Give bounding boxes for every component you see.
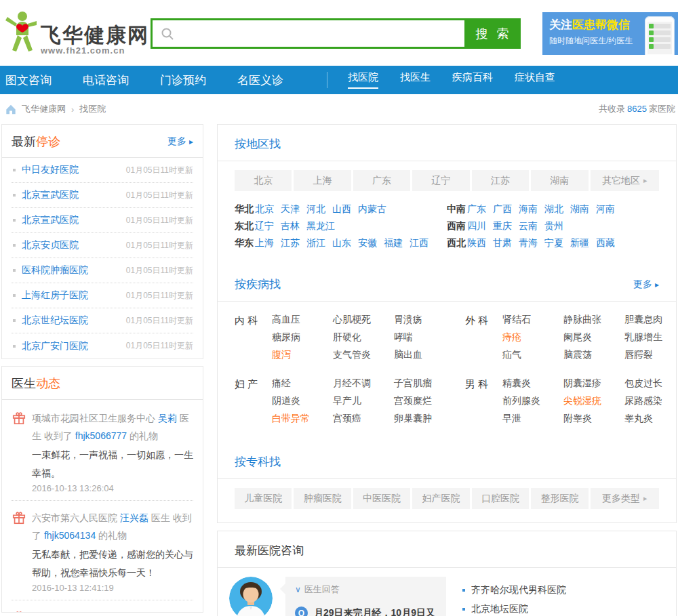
nav-item-disease-wiki[interactable]: 疾病百科	[452, 71, 493, 89]
disease-link[interactable]: 疝气	[502, 349, 563, 367]
nav-item-tuwen[interactable]: 图文咨询	[5, 73, 52, 88]
nav-item-menzhen[interactable]: 门诊预约	[160, 73, 206, 88]
gift-sender-link[interactable]: fhjk5064134	[44, 530, 96, 541]
region-tab-shanghai[interactable]: 上海	[294, 170, 351, 191]
disease-link[interactable]: 包皮过长	[624, 377, 678, 395]
hospital-link[interactable]: 北京安贞医院	[22, 239, 79, 251]
province-link[interactable]: 河南	[596, 203, 615, 214]
province-link[interactable]: 安徽	[358, 237, 377, 248]
disease-link[interactable]: 高血压	[272, 314, 333, 331]
hospital-link[interactable]: 医科院肿瘤医院	[22, 264, 88, 276]
hospital-link[interactable]: 北京世纪坛医院	[22, 314, 88, 327]
region-tab-liaoning[interactable]: 辽宁	[412, 170, 469, 191]
hospital-link[interactable]: 北京地坛医院	[471, 603, 528, 615]
region-tab-hunan[interactable]: 湖南	[531, 170, 588, 191]
disease-link[interactable]: 胆囊息肉	[624, 314, 678, 331]
hospital-link[interactable]: 北京宣武医院	[22, 214, 79, 226]
province-link[interactable]: 河北	[306, 203, 325, 214]
province-link[interactable]: 天津	[281, 203, 300, 214]
nav-item-symptom-check[interactable]: 症状自查	[515, 71, 555, 89]
province-link[interactable]: 浙江	[306, 237, 325, 248]
province-link[interactable]: 上海	[255, 237, 274, 248]
province-link[interactable]: 福建	[384, 237, 403, 248]
gift-sender-link[interactable]: fhjk5066777	[75, 430, 127, 441]
province-link[interactable]: 宁夏	[544, 237, 563, 248]
hospital-link[interactable]: 邢台东方医院	[32, 612, 89, 613]
disease-link[interactable]: 附睾炎	[563, 413, 624, 430]
specialty-tab-tcm[interactable]: 中医医院	[353, 488, 410, 509]
hospital-link[interactable]: 上海红房子医院	[22, 289, 88, 302]
specialty-tab-children[interactable]: 儿童医院	[235, 488, 292, 509]
disease-link[interactable]: 静脉曲张	[563, 314, 624, 331]
disease-link[interactable]: 脑震荡	[563, 349, 624, 367]
province-link[interactable]: 江苏	[281, 237, 300, 248]
province-link[interactable]: 山西	[332, 203, 351, 214]
disease-link[interactable]: 肾结石	[502, 314, 563, 331]
disease-link[interactable]: 哮喘	[394, 331, 458, 349]
specialty-tab-dental[interactable]: 口腔医院	[472, 488, 529, 509]
province-link[interactable]: 山东	[332, 237, 351, 248]
region-tab-guangdong[interactable]: 广东	[353, 170, 410, 191]
hospital-link[interactable]: 北京宣武医院	[22, 189, 79, 201]
region-tab-jiangsu[interactable]: 江苏	[472, 170, 529, 191]
disease-link[interactable]: 前列腺炎	[502, 395, 563, 413]
province-link[interactable]: 海南	[519, 203, 538, 214]
hospital-link[interactable]: 北京广安门医院	[22, 340, 88, 352]
breadcrumb-home-link[interactable]: 飞华健康网	[22, 103, 66, 115]
province-link[interactable]: 吉林	[281, 220, 300, 231]
province-link[interactable]: 四川	[467, 220, 486, 231]
doctor-avatar[interactable]	[229, 577, 273, 616]
disease-link[interactable]: 痛经	[272, 377, 333, 395]
province-link[interactable]: 江西	[410, 237, 428, 248]
wechat-promo-banner[interactable]: 关注医患帮微信 随时随地问医生/约医生	[542, 12, 678, 55]
disease-link[interactable]: 阑尾炎	[563, 331, 624, 349]
disease-link[interactable]: 子宫肌瘤	[394, 377, 458, 395]
province-link[interactable]: 新疆	[570, 237, 589, 248]
disease-link[interactable]: 阴道炎	[272, 395, 333, 413]
stop-notice-more-link[interactable]: 更多	[167, 136, 193, 148]
site-logo[interactable]: 飞华健康网 www.fh21.com.cn	[5, 11, 149, 56]
doctor-link[interactable]: 刘生堂	[92, 612, 120, 613]
region-tab-beijing[interactable]: 北京	[235, 170, 292, 191]
province-link[interactable]: 辽宁	[255, 220, 274, 231]
disease-link[interactable]: 精囊炎	[502, 377, 563, 395]
hospital-link[interactable]: 中日友好医院	[22, 164, 79, 176]
specialty-tab-plastic[interactable]: 整形医院	[531, 488, 588, 509]
hospital-link[interactable]: 齐齐哈尔现代男科医院	[471, 584, 566, 596]
province-link[interactable]: 重庆	[493, 220, 512, 231]
specialty-tab-more[interactable]: 更多类型	[591, 488, 659, 509]
province-link[interactable]: 甘肃	[493, 237, 512, 248]
by-disease-more-link[interactable]: 更多	[633, 279, 659, 291]
specialty-tab-oncology[interactable]: 肿瘤医院	[294, 488, 351, 509]
disease-link[interactable]: 阴囊湿疹	[563, 377, 624, 395]
disease-link[interactable]: 唇腭裂	[624, 349, 678, 367]
disease-link[interactable]: 肝硬化	[333, 331, 394, 349]
province-link[interactable]: 广西	[493, 203, 512, 214]
home-icon[interactable]	[5, 104, 16, 115]
disease-link[interactable]: 白带异常	[272, 413, 333, 430]
province-link[interactable]: 湖北	[544, 203, 563, 214]
question-link[interactable]: 月29日来完月经，10月9日又有	[314, 605, 438, 616]
search-input[interactable]	[180, 20, 464, 47]
disease-link[interactable]: 月经不调	[333, 377, 394, 395]
province-link[interactable]: 北京	[255, 203, 274, 214]
disease-link[interactable]: 早产儿	[333, 395, 394, 413]
province-link[interactable]: 陕西	[467, 237, 486, 248]
province-link[interactable]: 湖南	[570, 203, 589, 214]
disease-link[interactable]: 腹泻	[272, 349, 333, 367]
gift-sender-link[interactable]: 飞	[176, 612, 185, 613]
nav-item-mingyi[interactable]: 名医义诊	[237, 73, 283, 88]
province-link[interactable]: 云南	[519, 220, 538, 231]
nav-item-find-hospital[interactable]: 找医院	[348, 71, 378, 89]
disease-link[interactable]: 睾丸炎	[624, 413, 678, 430]
disease-link[interactable]: 支气管炎	[333, 349, 394, 367]
disease-link[interactable]: 胃溃疡	[394, 314, 458, 331]
disease-link[interactable]: 糖尿病	[272, 331, 333, 349]
disease-link[interactable]: 心肌梗死	[333, 314, 394, 331]
disease-link[interactable]: 早泄	[502, 413, 563, 430]
province-link[interactable]: 广东	[467, 203, 486, 214]
doctor-link[interactable]: 吴莉	[158, 413, 177, 424]
doctor-link[interactable]: 汪兴磊	[120, 512, 148, 523]
disease-link[interactable]: 卵巢囊肿	[394, 413, 458, 430]
disease-link[interactable]: 乳腺增生	[624, 331, 678, 349]
